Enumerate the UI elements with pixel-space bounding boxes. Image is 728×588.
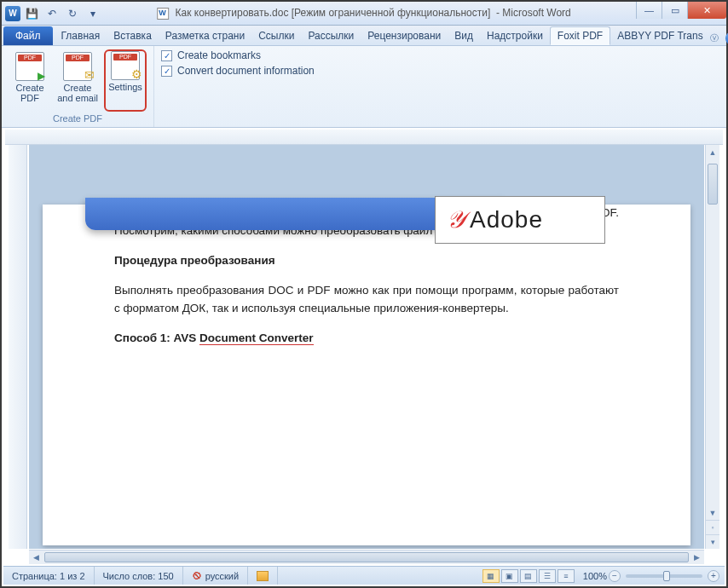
title-mode: [Режим ограниченной функциональности] <box>292 7 491 19</box>
view-draft-button[interactable]: ≡ <box>558 569 575 583</box>
tab-layout[interactable]: Разметка страни <box>159 26 251 45</box>
document-area: 𝒴 Adobe Одними из самых популярных форма… <box>5 130 723 566</box>
zoom-level[interactable]: 100% <box>583 571 607 581</box>
tab-home[interactable]: Главная <box>55 26 107 45</box>
zoom-in-button[interactable]: + <box>708 570 719 582</box>
view-print-layout-button[interactable]: ▦ <box>482 569 500 583</box>
horizontal-scrollbar[interactable]: ◀ ▶ <box>29 550 704 564</box>
create-pdf-label: Create PDF <box>15 83 43 103</box>
status-word-count[interactable]: Число слов: 150 <box>95 567 183 585</box>
insert-mode-icon <box>257 571 269 581</box>
create-bookmarks-label: Create bookmarks <box>177 49 261 61</box>
next-page-button[interactable]: ▾ <box>706 534 719 549</box>
adobe-logo-box: 𝒴 Adobe <box>435 196 605 244</box>
vertical-ruler[interactable] <box>9 145 27 549</box>
status-insert-mode[interactable] <box>248 567 278 585</box>
title-appname: - Microsoft Word <box>496 7 571 19</box>
adobe-text: Adobe <box>470 206 543 233</box>
tab-addins[interactable]: Надстройки <box>480 26 550 45</box>
minimize-button[interactable]: — <box>636 2 662 19</box>
maximize-button[interactable]: ▭ <box>662 2 687 19</box>
hscroll-thumb[interactable] <box>44 552 689 562</box>
tab-abbyy[interactable]: ABBYY PDF Trans <box>610 26 709 45</box>
prev-page-button[interactable]: ◦ <box>706 520 719 534</box>
checkbox-icon: ✓ <box>161 50 172 61</box>
page-viewport: 𝒴 Adobe Одними из самых популярных форма… <box>29 145 704 549</box>
pdf-create-icon <box>15 52 44 81</box>
create-pdf-button[interactable]: Create PDF <box>9 49 51 112</box>
view-outline-button[interactable]: ☰ <box>539 569 556 583</box>
adobe-swoosh-icon: 𝒴 <box>446 206 463 234</box>
qat-customize-button[interactable]: ▾ <box>84 4 102 23</box>
minimize-ribbon-button[interactable]: ⓥ <box>710 32 719 44</box>
status-language[interactable]: 🛇 русский <box>183 567 248 585</box>
status-language-label: русский <box>205 571 239 581</box>
title-bar: W 💾 ↶ ↻ ▾ Как конвертировать.doc [Режим … <box>2 2 726 26</box>
pdf-settings-icon <box>111 51 140 80</box>
horizontal-ruler[interactable] <box>5 130 723 145</box>
convert-docinfo-label: Convert document information <box>177 65 315 77</box>
view-web-button[interactable]: ▤ <box>520 569 537 583</box>
tab-view[interactable]: Вид <box>448 26 480 45</box>
zoom-slider[interactable] <box>626 574 702 578</box>
close-button[interactable]: ✕ <box>687 2 726 19</box>
tab-references[interactable]: Ссылки <box>251 26 301 45</box>
heading-2-link: Document Converter <box>199 331 314 345</box>
spellcheck-icon: 🛇 <box>192 570 202 582</box>
create-bookmarks-checkbox[interactable]: ✓ Create bookmarks <box>161 49 315 61</box>
scroll-down-button[interactable]: ▼ <box>706 505 719 520</box>
word-app-icon: W <box>5 6 20 21</box>
create-email-label: Create and email <box>57 83 98 103</box>
settings-button[interactable]: Settings <box>104 49 147 112</box>
ribbon-checkbox-column: ✓ Create bookmarks ✓ Convert document in… <box>154 46 321 127</box>
tab-review[interactable]: Рецензировани <box>361 26 448 45</box>
document-icon <box>157 8 169 20</box>
status-page[interactable]: Страница: 1 из 2 <box>3 567 95 585</box>
paragraph-2: Выполнять преобразования DOC и PDF можно… <box>114 282 619 318</box>
scroll-left-button[interactable]: ◀ <box>29 551 43 564</box>
checkbox-icon: ✓ <box>161 66 172 77</box>
ribbon: Create PDF Create and email Settings Cre… <box>2 46 726 128</box>
zoom-slider-thumb[interactable] <box>663 571 670 581</box>
document-page[interactable]: 𝒴 Adobe Одними из самых популярных форма… <box>43 205 690 545</box>
scroll-up-button[interactable]: ▲ <box>706 145 719 159</box>
heading-1: Процедура преобразования <box>114 252 619 270</box>
ribbon-group-label: Create PDF <box>9 112 147 125</box>
zoom-out-button[interactable]: − <box>609 570 621 582</box>
title-filename: Как конвертировать.doc <box>176 7 289 19</box>
tab-file[interactable]: Файл <box>3 26 53 45</box>
settings-label: Settings <box>108 82 142 92</box>
window-title: Как конвертировать.doc [Режим ограниченн… <box>157 7 571 20</box>
vertical-scrollbar[interactable]: ▲ ▼ ◦ ▾ <box>705 145 719 549</box>
qat-undo-button[interactable]: ↶ <box>43 4 61 23</box>
qat-redo-button[interactable]: ↻ <box>63 4 82 23</box>
heading-2-prefix: Способ 1: AVS <box>114 331 199 344</box>
pdf-email-icon <box>63 52 92 81</box>
view-fullscreen-button[interactable]: ▣ <box>501 569 518 583</box>
ribbon-group-create-pdf: Create PDF Create and email Settings Cre… <box>2 46 154 127</box>
qat-save-button[interactable]: 💾 <box>22 4 41 23</box>
tab-insert[interactable]: Вставка <box>107 26 159 45</box>
convert-docinfo-checkbox[interactable]: ✓ Convert document information <box>161 65 315 77</box>
tab-mailings[interactable]: Рассылки <box>301 26 361 45</box>
heading-2: Способ 1: AVS Document Converter <box>114 330 619 348</box>
ribbon-tabs: Файл Главная Вставка Разметка страни Ссы… <box>2 26 726 46</box>
status-bar: Страница: 1 из 2 Число слов: 150 🛇 русск… <box>3 566 725 585</box>
scroll-right-button[interactable]: ▶ <box>690 551 704 564</box>
tab-foxit-pdf[interactable]: Foxit PDF <box>550 26 610 45</box>
create-and-email-button[interactable]: Create and email <box>56 49 99 112</box>
vscroll-thumb[interactable] <box>708 164 718 205</box>
